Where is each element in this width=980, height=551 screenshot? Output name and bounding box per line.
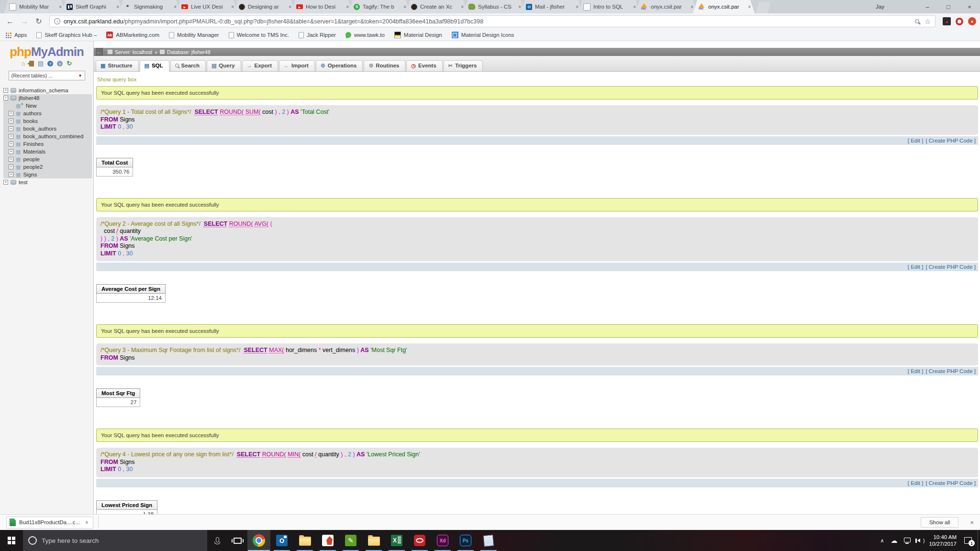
minimize-button[interactable]: – (917, 0, 938, 13)
sidebar-table-people[interactable]: +▦people (9, 155, 92, 163)
logout-icon[interactable] (29, 61, 34, 66)
taskbar-search[interactable]: Type here to search (23, 530, 207, 551)
browser-tab[interactable]: STagify: The b× (348, 0, 410, 13)
mic-button[interactable] (207, 530, 227, 551)
red-ring-extension-icon[interactable] (956, 18, 963, 25)
show-query-box-link[interactable]: Show query box (97, 77, 136, 82)
sidebar-db-information_schema[interactable]: +information_schema (3, 87, 93, 94)
browser-tab[interactable]: Create an Xc× (406, 0, 468, 13)
sidebar-table-New[interactable]: +▦+New (9, 102, 92, 110)
show-all-button[interactable]: Show all (921, 517, 958, 528)
bookmark-item[interactable]: ABABMarketing.com (106, 32, 159, 38)
create-php-link[interactable]: [ Create PHP Code ] (925, 264, 976, 270)
forward-button[interactable]: → (18, 17, 31, 26)
bookmark-item[interactable]: Mobility Manager (169, 32, 219, 38)
breadcrumb-server[interactable]: Server: localhost (115, 49, 152, 55)
browser-tab[interactable]: *Signmaking× (119, 0, 180, 13)
collapse-menu-icon[interactable]: ← (96, 48, 103, 56)
sidebar-table-authors[interactable]: +▦authors (9, 110, 92, 117)
zoom-icon[interactable] (915, 19, 919, 23)
chevron-up-icon[interactable]: ∧ (85, 520, 89, 525)
close-button[interactable]: × (959, 0, 980, 13)
sidebar-table-Materials[interactable]: +▦Materials (9, 148, 92, 155)
sql-window-icon[interactable]: ▤ (38, 60, 44, 67)
page-info-icon[interactable]: i (54, 18, 60, 24)
download-item[interactable]: Bud11x8ProductDa....c... ∧ (6, 517, 93, 529)
expander-icon[interactable]: + (9, 172, 13, 177)
bookmark-item[interactable]: Skeff Graphics Hub – (36, 32, 97, 38)
pma-tab-import[interactable]: ←Import (279, 60, 315, 71)
tray-chevron-up-icon[interactable]: ∧ (880, 538, 884, 544)
edit-link[interactable]: [ Edit ] (908, 368, 924, 374)
onedrive-icon[interactable]: ☁ (891, 537, 897, 544)
bookmark-star-icon[interactable]: ☆ (924, 18, 931, 25)
expander-icon[interactable]: + (9, 142, 13, 146)
tab-close-icon[interactable]: × (576, 4, 579, 10)
pma-tab-query[interactable]: ▧Query (207, 60, 241, 71)
pma-tab-search[interactable]: Search (170, 60, 206, 71)
bookmark-item[interactable]: Welcome to TMS Inc. (229, 32, 290, 38)
tab-close-icon[interactable]: × (231, 4, 234, 10)
tab-close-icon[interactable]: × (403, 4, 406, 10)
tab-close-icon[interactable]: × (518, 4, 521, 10)
sidebar-table-Signs[interactable]: +▦Signs (9, 171, 92, 178)
taskbar-app-photoshop[interactable]: Ps (454, 530, 477, 551)
sidebar-table-Finishes[interactable]: +▦Finishes (9, 140, 92, 148)
expander-icon[interactable]: + (3, 180, 8, 185)
create-php-link[interactable]: [ Create PHP Code ] (925, 480, 976, 486)
browser-tab[interactable]: onyx.csit.par× (693, 0, 755, 13)
expander-icon[interactable]: + (3, 88, 8, 93)
red-ball-extension-icon[interactable]: ▲ (968, 17, 976, 25)
pma-tab-triggers[interactable]: ✂Triggers (444, 60, 483, 71)
home-icon[interactable]: ⌂ (22, 60, 25, 67)
create-php-link[interactable]: [ Create PHP Code ] (925, 368, 976, 374)
expander-icon[interactable]: + (9, 165, 13, 169)
bookmark-item[interactable]: Jack Ripper (299, 32, 336, 38)
recent-tables-select[interactable]: (Recent tables) ... ▼ (9, 71, 85, 80)
refresh-icon[interactable]: ↻ (67, 60, 72, 67)
back-button[interactable]: ← (4, 17, 16, 26)
pma-tab-sql[interactable]: ▤SQL (140, 60, 169, 72)
sidebar-table-books[interactable]: +▦books (9, 117, 92, 125)
bookmark-item[interactable]: Material Design Icons (452, 32, 514, 38)
acrobat-extension-icon[interactable]: ▲ (943, 17, 951, 25)
new-tab-button[interactable] (756, 2, 770, 13)
taskbar-app-chrome[interactable] (247, 530, 270, 551)
network-icon[interactable] (904, 538, 911, 542)
tab-close-icon[interactable]: × (633, 4, 636, 10)
browser-tab[interactable]: Mobility Mar× (4, 0, 66, 13)
expander-icon[interactable]: + (9, 126, 13, 131)
edit-link[interactable]: [ Edit ] (908, 264, 924, 270)
pma-tab-export[interactable]: →Export (242, 60, 278, 71)
browser-tab[interactable]: onyx.csit.par× (635, 0, 697, 13)
taskbar-app-folder[interactable] (362, 530, 385, 551)
tab-close-icon[interactable]: × (59, 4, 62, 10)
taskbar-app-file-explorer[interactable] (293, 530, 316, 551)
tab-close-icon[interactable]: × (346, 4, 349, 10)
create-php-link[interactable]: [ Create PHP Code ] (925, 138, 976, 143)
taskbar-app-outlook[interactable]: O (270, 530, 293, 551)
tab-close-icon[interactable]: × (748, 4, 751, 10)
taskbar-app-excel[interactable]: X (385, 530, 408, 551)
profile-name[interactable]: Jay (876, 4, 884, 10)
browser-tab[interactable]: ▶How to Desi× (291, 0, 353, 13)
docs-icon[interactable]: i (57, 61, 63, 66)
browser-tab[interactable]: ▶Live UX Desi× (176, 0, 238, 13)
tab-close-icon[interactable]: × (289, 4, 291, 10)
taskbar-app-adobe-xd[interactable]: Xd (431, 530, 454, 551)
address-bar[interactable]: i onyx.csit.parkland.edu/phpmyadmin/impo… (49, 15, 935, 27)
sidebar-table-book_authors[interactable]: +▦book_authors (9, 125, 92, 132)
browser-tab[interactable]: Designing ar× (234, 0, 295, 13)
browser-tab[interactable]: OMail - jfisher× (521, 0, 582, 13)
sidebar-table-people2[interactable]: +▦people2 (9, 163, 92, 171)
breadcrumb-database[interactable]: Database: jfisher48 (167, 49, 210, 55)
tab-close-icon[interactable]: × (461, 4, 464, 10)
expander-icon[interactable]: + (9, 119, 13, 123)
browser-tab[interactable]: Intro to SQL× (578, 0, 640, 13)
edit-link[interactable]: [ Edit ] (908, 138, 924, 143)
reload-button[interactable]: ↻ (33, 17, 45, 26)
taskbar-app-design-app[interactable]: ✎ (339, 530, 362, 551)
taskbar-app-flame-app[interactable] (316, 530, 339, 551)
taskbar-app-creative-cloud[interactable] (408, 530, 431, 551)
task-view-button[interactable] (227, 530, 247, 551)
